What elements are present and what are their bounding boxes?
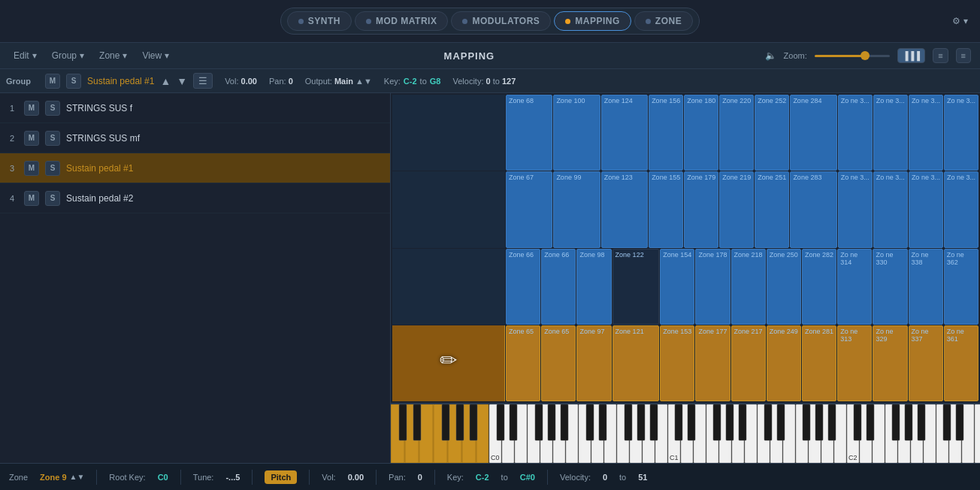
zone-block[interactable]: Zone 178 xyxy=(695,249,730,325)
zone-block-golden[interactable]: Zone 153 xyxy=(660,325,694,401)
zone-block-golden[interactable]: Zo ne 337 xyxy=(909,325,943,401)
separator3 xyxy=(252,470,253,485)
list-view-btn1[interactable]: ≡ xyxy=(933,48,948,63)
zoom-slider[interactable] xyxy=(815,55,890,57)
zone-block[interactable]: Zone 122 xyxy=(612,249,660,325)
tune-value: -...5 xyxy=(225,473,240,482)
track3-m-btn[interactable]: M xyxy=(24,161,39,176)
track4-s-btn[interactable]: S xyxy=(45,191,60,206)
zone-block[interactable]: Zone 219 xyxy=(719,171,754,247)
zone-block[interactable]: Zone 220 xyxy=(719,95,754,171)
zone-block[interactable]: Zo ne 3... xyxy=(873,95,908,171)
separator1 xyxy=(96,470,97,485)
piano-keyboard[interactable]: C0 C1 C2 xyxy=(391,403,980,463)
zone-block-golden[interactable]: Zone 217 xyxy=(731,325,766,401)
zone-block[interactable]: Zone 99 xyxy=(553,171,600,247)
zone-block[interactable]: Zone 180 xyxy=(684,95,718,171)
zone-block[interactable]: Zo ne 338 xyxy=(909,249,943,325)
zone-block[interactable]: Zone 283 xyxy=(790,171,836,247)
zone-block[interactable]: Zo ne 3... xyxy=(944,171,978,247)
nav-synth[interactable]: SYNTH xyxy=(287,11,352,31)
zone-block[interactable]: Zone 218 xyxy=(731,249,766,325)
nav-mapping[interactable]: MAPPING xyxy=(554,11,631,31)
zone-block-golden[interactable]: Zo ne 329 xyxy=(873,325,907,401)
group-chevron-icon: ▾ xyxy=(80,50,84,61)
bars-view-btn[interactable]: ▐▐▐ xyxy=(897,48,925,63)
zone-block[interactable]: Zone 250 xyxy=(767,249,801,325)
pan-bottom-label: Pan: xyxy=(389,473,406,482)
zone-block[interactable]: Zone 284 xyxy=(790,95,836,171)
track1-s-btn[interactable]: S xyxy=(45,101,60,116)
empty-left-golden: ✏ xyxy=(392,325,505,401)
zone-block[interactable]: Zo ne 314 xyxy=(837,249,872,325)
zone-block[interactable]: Zo ne 3... xyxy=(944,95,978,171)
list-view-btn2[interactable]: ≡ xyxy=(956,48,971,63)
zone-block-golden[interactable]: Zone 97 xyxy=(576,325,611,401)
zone-block-golden[interactable]: Zone 281 xyxy=(802,325,836,401)
zone-block[interactable]: Zone 154 xyxy=(660,249,694,325)
zone-block-golden[interactable]: Zone 177 xyxy=(695,325,730,401)
zone-block[interactable]: Zo ne 3... xyxy=(873,171,908,247)
zone-block[interactable]: Zo ne 3... xyxy=(838,95,873,171)
zone-block-golden[interactable]: Zo ne 313 xyxy=(837,325,872,401)
svg-rect-75 xyxy=(892,404,900,440)
track1-m-btn[interactable]: M xyxy=(24,101,39,116)
output-arrow[interactable]: ▲▼ xyxy=(355,77,372,86)
zone-block[interactable]: Zone 156 xyxy=(649,95,683,171)
zone-block[interactable]: Zone 155 xyxy=(649,171,683,247)
zone-block-golden[interactable]: Zo ne 361 xyxy=(944,325,978,401)
group-m-btn[interactable]: M xyxy=(45,74,60,89)
view-menu-btn[interactable]: View ▾ xyxy=(138,49,174,62)
track2-s-btn[interactable]: S xyxy=(45,131,60,146)
track3-s-btn[interactable]: S xyxy=(45,161,60,176)
track-row[interactable]: 4 M S Sustain pedal #2 xyxy=(0,183,390,213)
track2-m-btn[interactable]: M xyxy=(24,131,39,146)
track4-m-btn[interactable]: M xyxy=(24,191,39,206)
zone-block[interactable]: Zo ne 330 xyxy=(873,249,907,325)
zone-block[interactable]: Zone 123 xyxy=(601,171,648,247)
zone-block-golden[interactable]: Zone 65 xyxy=(506,325,540,401)
zone-block[interactable]: Zo ne 3... xyxy=(909,95,943,171)
svg-rect-53 xyxy=(497,404,504,440)
zone-block[interactable]: Zo ne 3... xyxy=(838,171,873,247)
nav-mod-matrix[interactable]: MOD MATRIX xyxy=(355,11,448,31)
group-s-btn[interactable]: S xyxy=(66,74,81,89)
zone-block-golden[interactable]: Zone 65 xyxy=(541,325,576,401)
nav-modulators[interactable]: MODULATORS xyxy=(451,11,551,31)
zone-block[interactable]: Zone 100 xyxy=(553,95,600,171)
zone-menu-btn[interactable]: Zone ▾ xyxy=(95,49,132,62)
vol-info: Vol: 0.00 xyxy=(225,77,257,86)
zone-block[interactable]: Zone 179 xyxy=(684,171,718,247)
svg-rect-32 xyxy=(783,404,795,463)
group-list-icon-btn[interactable]: ☰ xyxy=(193,73,213,89)
svg-text:C2: C2 xyxy=(848,454,858,461)
zone-block[interactable]: Zone 251 xyxy=(755,171,789,247)
zone-block[interactable]: Zone 66 xyxy=(541,249,576,325)
zone-block-golden[interactable]: Zone 249 xyxy=(767,325,801,401)
track-row-selected[interactable]: 3 M S Sustain pedal #1 xyxy=(0,153,390,183)
zone-arrows[interactable]: ▲▼ xyxy=(70,473,85,481)
zone-block[interactable]: Zone 67 xyxy=(506,171,552,247)
zone-block[interactable]: Zone 124 xyxy=(601,95,648,171)
zone-block-golden[interactable]: Zone 121 xyxy=(612,325,660,401)
view-chevron-icon: ▾ xyxy=(165,50,169,61)
track-row[interactable]: 1 M S STRINGS SUS f xyxy=(0,93,390,123)
key-bottom-to: C#0 xyxy=(520,473,535,482)
zone-block[interactable]: Zone 66 xyxy=(506,249,540,325)
zone-block[interactable]: Zone 98 xyxy=(576,249,611,325)
svg-rect-48 xyxy=(399,404,407,440)
pitch-button[interactable]: Pitch xyxy=(265,470,297,484)
zone-selector[interactable]: Zone 9 ▲▼ xyxy=(40,473,84,482)
settings-btn[interactable]: ⚙ ▾ xyxy=(952,16,968,26)
group-menu-btn[interactable]: Group ▾ xyxy=(47,49,89,62)
nav-zone[interactable]: ZONE xyxy=(634,11,693,31)
zone-block[interactable]: Zone 252 xyxy=(755,95,789,171)
edit-menu-btn[interactable]: Edit ▾ xyxy=(9,49,41,62)
group-down-btn[interactable]: ▼ xyxy=(177,75,187,87)
group-up-btn[interactable]: ▲ xyxy=(160,75,171,87)
zone-block[interactable]: Zo ne 3... xyxy=(909,171,943,247)
zone-block[interactable]: Zo ne 362 xyxy=(944,249,978,325)
track-row[interactable]: 2 M S STRINGS SUS mf xyxy=(0,123,390,153)
zone-block[interactable]: Zone 282 xyxy=(802,249,836,325)
zone-block[interactable]: Zone 68 xyxy=(506,95,552,171)
